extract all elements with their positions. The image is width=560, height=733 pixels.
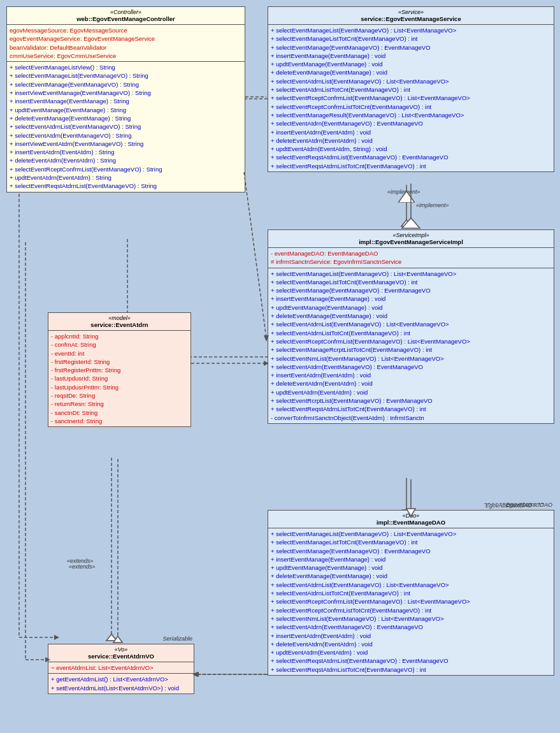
serviceimpl-methods: + selectEventManageList(EventManageVO) :… xyxy=(268,268,554,423)
si-m-7: + selectEventAtdrnList(EventManageVO) : … xyxy=(271,320,551,328)
ctrl-m-7: + deleteEventManage(EventManage) : Strin… xyxy=(10,114,242,122)
serviceimpl-box: «ServiceImpl» impl::EgovEventManageServi… xyxy=(268,229,554,424)
dao-m-7: + selectEventAtdrnList(EventManageVO) : … xyxy=(271,581,551,589)
si-m-8: + selectEventAtdrnListTotCnt(EventManage… xyxy=(271,329,551,337)
ea-f-7: - lastUpdusrPnttm: String xyxy=(51,383,188,391)
svg-marker-15 xyxy=(54,635,59,640)
dao-m-10: + selectEventRceptConfrmListTotCnt(Event… xyxy=(271,606,551,614)
svg-text:«implement»: «implement» xyxy=(416,202,449,208)
ctrl-m-11: + insertEventAtdrn(EventAtdrn) : String xyxy=(10,148,242,156)
ea-f-5: - frstRegisterPnttm: String xyxy=(51,366,188,374)
svc-m-11: + selectEventManageResult(EventManageVO)… xyxy=(271,111,551,119)
si-f-2: # infrmISanctnService: EgovInfrmISanctnS… xyxy=(271,258,551,266)
ctrl-m-8: + selectEventAtdrnList(EventManageVO) : … xyxy=(10,122,242,131)
dao-box: EgovAbstractDAO «Dao» impl::EventManageD… xyxy=(268,510,554,676)
svg-marker-33 xyxy=(402,218,420,228)
controller-box: «Controller» web::EgovEventManageControl… xyxy=(6,6,245,192)
si-m-15: + updtEventAtdrn(EventAtdrn) : void xyxy=(271,388,551,396)
svg-marker-17 xyxy=(398,191,415,203)
si-m-11: + selectEventNmList(EventManageVO) : Lis… xyxy=(271,354,551,363)
dao-classname: impl::EventManageDAO xyxy=(271,519,551,526)
ctrl-m-14: + updtEventAtdrn(EventAtdrn) : String xyxy=(10,173,242,182)
dao-m-8: + selectEventAtdrnListTotCnt(EventManage… xyxy=(271,589,551,597)
service-stereotype: «Service» xyxy=(271,9,551,15)
eventatdrn-fields: - applcntId: String - confmAt: String - … xyxy=(48,331,190,426)
eventatdrn-header: «model» service::EventAtdrn xyxy=(48,313,190,331)
serviceimpl-fields: - eventManageDAO: EventManageDAO # infrm… xyxy=(268,248,554,268)
ea-f-10: - sanctnDt: String xyxy=(51,409,188,417)
svc-m-2: + selectEventManageListTotCnt(EventManag… xyxy=(271,34,551,43)
si-m-6: + deleteEventManage(EventManage) : void xyxy=(271,312,551,320)
diagram-container: «Controller» web::EgovEventManageControl… xyxy=(0,0,560,733)
dao-m-1: + selectEventManageList(EventManageVO) :… xyxy=(271,530,551,538)
svc-m-10: + selectEventRceptConfrmListTotCnt(Event… xyxy=(271,103,551,111)
controller-field-1: egovMessageSource: EgovMessageSource xyxy=(10,26,242,34)
ea-f-8: - reqstDe: String xyxy=(51,391,188,400)
controller-field-2: egovEventManageService: EgovEventManageS… xyxy=(10,34,242,43)
si-m-13: + insertEventAtdrn(EventAtdrn) : void xyxy=(271,371,551,379)
svg-marker-26 xyxy=(113,636,122,642)
ea-f-3: - eventId: int xyxy=(51,349,188,358)
ctrl-m-10: + insertViewEventAtdrn(EventManageVO) : … xyxy=(10,140,242,148)
dao-m-9: + selectEventRceptConfrmList(EventManage… xyxy=(271,597,551,606)
si-m-14: + deleteEventAtdrn(EventAtdrn) : void xyxy=(271,379,551,388)
dao-m-14: + deleteEventAtdrn(EventAtdrn) : void xyxy=(271,640,551,648)
dao-m-5: + updtEventManage(EventManage) : void xyxy=(271,563,551,572)
controller-stereotype: «Controller» xyxy=(10,9,242,15)
svc-m-16: + selectEventReqstAtdrnList(EventManageV… xyxy=(271,153,551,161)
eventatdrn-box: «model» service::EventAtdrn - applcntId:… xyxy=(48,312,191,427)
service-header: «Service» service::EgovEventManageServic… xyxy=(268,7,554,25)
ea-f-9: - returnResn: String xyxy=(51,400,188,408)
implement-triangle xyxy=(398,191,415,203)
svc-m-12: + selectEventAtdrn(EventManageVO) : Even… xyxy=(271,119,551,127)
ctrl-m-1: + selectEventManageListView() : String xyxy=(10,63,242,71)
eventatdrnvo-fields: ~ eventAtdrnList: List<EventAtdrnVO> xyxy=(48,662,194,674)
serviceimpl-header: «ServiceImpl» impl::EgovEventManageServi… xyxy=(268,230,554,248)
dao-methods: + selectEventManageList(EventManageVO) :… xyxy=(268,528,554,675)
eventatdrn-classname: service::EventAtdrn xyxy=(51,321,188,328)
controller-field-4: cmmUseService: EgovCmmUseService xyxy=(10,52,242,60)
egovabstractdao-label: EgovAbstractDAO xyxy=(506,502,552,508)
si-m-9: + selectEventRceptConfrmList(EventManage… xyxy=(271,337,551,345)
serializable-label: Serializable xyxy=(162,635,192,642)
svg-marker-10 xyxy=(106,634,117,641)
svg-marker-3 xyxy=(401,220,412,226)
ctrl-m-5: + insertEventManage(EventManage) : Strin… xyxy=(10,97,242,105)
si-m-1: + selectEventManageList(EventManageVO) :… xyxy=(271,270,551,278)
dao-m-11: + selectEventNmList(EventManageVO) : Lis… xyxy=(271,614,551,623)
controller-methods: + selectEventManageListView() : String +… xyxy=(7,62,245,191)
service-classname: service::EgovEventManageService xyxy=(271,15,551,22)
dao-m-15: + updtEventAtdrn(EventAtdrn) : void xyxy=(271,648,551,657)
si-m-17: + selectEventReqstAtdrnListTotCnt(EventM… xyxy=(271,405,551,413)
dao-m-3: + selectEventManage(EventManageVO) : Eve… xyxy=(271,547,551,555)
ctrl-m-6: + updtEventManage(EventManage) : String xyxy=(10,106,242,114)
si-m-10: + selectEventManageRcrptListTotCnt(Event… xyxy=(271,345,551,354)
ea-f-11: - sanctnerId: String xyxy=(51,417,188,425)
svc-m-15: + updtEventAtdrn(EventAtdrn, String) : v… xyxy=(271,145,551,153)
ctrl-m-9: + selectEventAtdrn(EventManageVO) : Stri… xyxy=(10,131,242,140)
si-m-3: + selectEventManage(EventManageVO) : Eve… xyxy=(271,286,551,294)
svc-m-5: + updtEventManage(EventManage) : void xyxy=(271,60,551,68)
svc-m-17: + selectEventReqstAtdrnListTotCnt(EventM… xyxy=(271,162,551,170)
svc-m-4: + insertEventManage(EventManage) : void xyxy=(271,52,551,60)
svc-m-14: + deleteEventAtdrn(EventAtdrn) : void xyxy=(271,136,551,145)
controller-header: «Controller» web::EgovEventManageControl… xyxy=(7,7,245,25)
svc-m-13: + insertEventAtdrn(EventAtdrn) : void xyxy=(271,128,551,136)
dao-m-6: + deleteEventManage(EventManage) : void xyxy=(271,572,551,580)
vo-m-1: + getEventAtdrnList() : List<EventAtdrnV… xyxy=(51,675,191,683)
si-m-18: - converToInfrmISanctnObject(EventAtdrn)… xyxy=(271,414,551,422)
vo-f-1: ~ eventAtdrnList: List<EventAtdrnVO> xyxy=(51,664,191,672)
ctrl-m-15: + selectEventReqstAtdrnList(EventManageV… xyxy=(10,182,242,190)
si-m-12: + selectEventAtdrn(EventManageVO) : Even… xyxy=(271,363,551,371)
ctrl-m-2: + selectEventManageList(EventManageVO) :… xyxy=(10,71,242,80)
ctrl-m-13: + selectEventRceptConfrmList(EventManage… xyxy=(10,165,242,173)
si-f-1: - eventManageDAO: EventManageDAO xyxy=(271,249,551,258)
dao-m-17: + selectEventReqstAtdrnListTotCnt(EventM… xyxy=(271,665,551,674)
ea-f-1: - applcntId: String xyxy=(51,332,188,340)
dao-m-13: + insertEventAtdrn(EventAtdrn) : void xyxy=(271,632,551,640)
svg-text:«extends»: «extends» xyxy=(69,563,96,570)
svc-m-7: + selectEventAtdrnList(EventManageVO) : … xyxy=(271,77,551,85)
si-m-2: + selectEventManageListTotCnt(EventManag… xyxy=(271,278,551,286)
ctrl-m-3: + selectEventManage(EventManageVO) : Str… xyxy=(10,80,242,89)
si-m-4: + insertEventManage(EventManage) : void xyxy=(271,294,551,303)
